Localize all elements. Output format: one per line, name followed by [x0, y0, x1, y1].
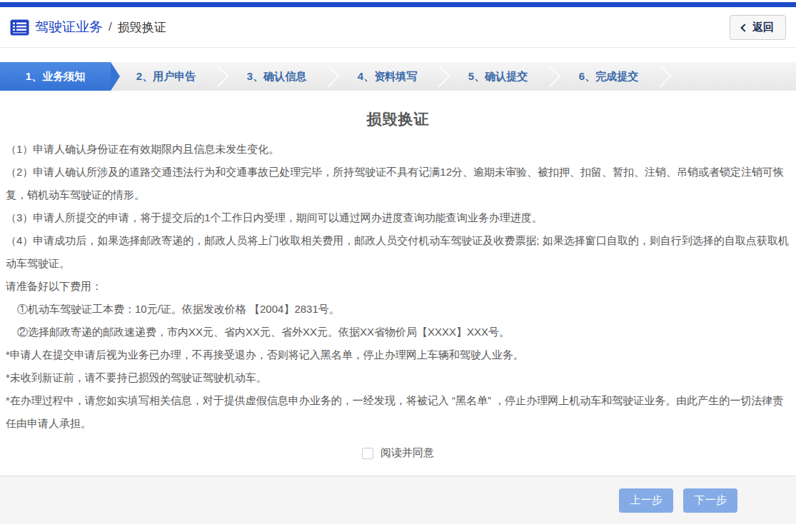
top-accent-bar: [0, 2, 796, 7]
agree-row: 阅读并同意: [6, 446, 790, 460]
breadcrumb: 驾驶证业务 / 损毁换证: [10, 18, 166, 36]
notice-paragraph: （4）申请成功后，如果选择邮政寄递的，邮政人员将上门收取相关费用，邮政人员交付机…: [6, 229, 790, 275]
breadcrumb-current-page: 损毁换证: [118, 19, 166, 36]
notice-paragraph: 请准备好以下费用：: [6, 275, 790, 298]
agree-checkbox-label[interactable]: 阅读并同意: [381, 446, 434, 460]
notice-paragraph: （2）申请人确认所涉及的道路交通违法行为和交通事故已处理完毕，所持驾驶证不具有记…: [6, 161, 790, 206]
notice-paragraph: *未收到新证前，请不要持已损毁的驾驶证驾驶机动车。: [6, 366, 790, 389]
footer-action-bar: 上一步 下一步: [0, 476, 796, 524]
step-tab[interactable]: 2、用户申告: [111, 62, 221, 91]
step-tab-label: 6、完成提交: [579, 70, 638, 84]
notice-paragraph: *在办理过程中，请您如实填写相关信息，对于提供虚假信息申办业务的，一经发现，将被…: [6, 389, 790, 435]
back-chevron-icon: [740, 24, 748, 31]
step-tab[interactable]: 1、业务须知: [0, 62, 111, 91]
list-icon: [10, 19, 29, 36]
back-button-label: 返回: [752, 21, 774, 34]
notice-paragraph: *申请人在提交申请后视为业务已办理，不再接受退办，否则将记入黑名单，停止办理网上…: [6, 343, 790, 366]
step-tab[interactable]: 6、完成提交: [553, 62, 664, 91]
page-title: 损毁换证: [6, 109, 790, 129]
previous-step-button[interactable]: 上一步: [619, 488, 673, 513]
step-progress-wrap: 1、业务须知 2、用户申告 3、确认信息 4、资料填写 5、确认提交 6、完成提…: [0, 62, 796, 91]
notice-paragraph: ②选择邮政寄递的邮政速递费，市内XX元、省内XX元、省外XX元。依据XX省物价局…: [6, 321, 790, 343]
step-tab[interactable]: 3、确认信息: [221, 62, 332, 91]
step-tab-label: 5、确认提交: [468, 70, 528, 84]
step-tab-label: 3、确认信息: [247, 70, 306, 84]
notice-paragraph: ①机动车驾驶证工本费：10元/证。依据发改价格 【2004】2831号。: [6, 298, 790, 321]
step-progress-bar: 1、业务须知 2、用户申告 3、确认信息 4、资料填写 5、确认提交 6、完成提…: [0, 62, 796, 91]
back-button[interactable]: 返回: [730, 15, 786, 40]
main-content: 损毁换证 （1）申请人确认身份证在有效期限内且信息未发生变化。 （2）申请人确认…: [0, 109, 796, 460]
step-tab-label: 4、资料填写: [358, 70, 417, 84]
step-tab-label: 1、业务须知: [26, 70, 85, 84]
step-tab-label: 2、用户申告: [136, 70, 196, 84]
next-step-button[interactable]: 下一步: [683, 488, 737, 513]
breadcrumb-separator: /: [109, 20, 112, 34]
notice-paragraph: （1）申请人确认身份证在有效期限内且信息未发生变化。: [6, 138, 790, 161]
step-tab[interactable]: 4、资料填写: [332, 62, 443, 91]
step-tab[interactable]: 5、确认提交: [443, 62, 553, 91]
breadcrumb-service-category[interactable]: 驾驶证业务: [35, 18, 103, 36]
page-header: 驾驶证业务 / 损毁换证 返回: [0, 7, 796, 48]
notice-text-block: （1）申请人确认身份证在有效期限内且信息未发生变化。 （2）申请人确认所涉及的道…: [6, 138, 790, 435]
notice-paragraph: （3）申请人所提交的申请，将于提交后的1个工作日内受理，期间可以通过网办进度查询…: [6, 206, 790, 229]
agree-checkbox[interactable]: [362, 448, 373, 459]
